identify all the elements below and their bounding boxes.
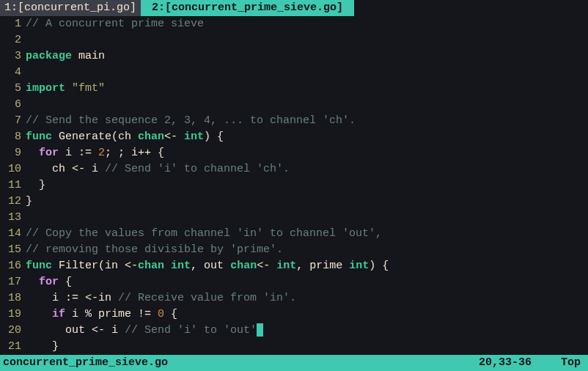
line-number: 8 [0,129,21,145]
code-line[interactable]: package main [26,48,588,65]
code-line[interactable]: i := <-in // Receive value from 'in'. [26,290,588,306]
line-number: 3 [0,48,21,65]
line-number: 18 [0,290,21,306]
line-number: 14 [0,226,21,242]
code-line[interactable] [26,65,588,81]
line-number-gutter: 123456789101112131415161718192021 [0,16,26,355]
line-number: 1 [0,16,21,32]
code-line[interactable]: out <- i // Send 'i' to 'out' [26,323,588,339]
code-line[interactable]: } [26,194,588,210]
code-line[interactable]: // Send the sequence 2, 3, 4, ... to cha… [26,113,588,129]
code-line[interactable]: if i % prime != 0 { [26,306,588,323]
code-line[interactable]: // A concurrent prime sieve [26,16,588,32]
line-number: 13 [0,210,21,226]
code-line[interactable]: import "fmt" [26,81,588,97]
code-line[interactable]: } [26,339,588,355]
code-line[interactable]: ch <- i // Send 'i' to channel 'ch'. [26,161,588,177]
line-number: 9 [0,145,21,161]
line-number: 2 [0,32,21,48]
code-line[interactable]: // removing those divisible by 'prime'. [26,242,588,258]
line-number: 20 [0,323,21,339]
code-line[interactable] [26,97,588,113]
code-content[interactable]: // A concurrent prime sievepackage maini… [26,16,588,355]
line-number: 17 [0,274,21,290]
status-bar: concurrent_prime_sieve.go 20,33-36 Top [0,355,588,371]
line-number: 5 [0,81,21,97]
tab-concurrent-prime-sieve[interactable]: 2:[concurrent_prime_sieve.go] [141,0,354,16]
code-line[interactable]: } [26,177,588,194]
code-line[interactable]: for { [26,274,588,290]
line-number: 6 [0,97,21,113]
line-number: 7 [0,113,21,129]
code-line[interactable]: func Filter(in <-chan int, out chan<- in… [26,258,588,274]
line-number: 19 [0,306,21,323]
line-number: 16 [0,258,21,274]
code-line[interactable]: func Generate(ch chan<- int) { [26,129,588,145]
line-number: 11 [0,177,21,194]
code-line[interactable] [26,32,588,48]
code-line[interactable]: // Copy the values from channel 'in' to … [26,226,588,242]
status-cursor-position: 20,33-36 [479,355,561,371]
line-number: 12 [0,194,21,210]
status-scroll-position: Top [561,355,585,371]
line-number: 10 [0,161,21,177]
editor-area[interactable]: 123456789101112131415161718192021 // A c… [0,16,588,355]
status-filename: concurrent_prime_sieve.go [3,355,479,371]
code-line[interactable] [26,210,588,226]
line-number: 4 [0,65,21,81]
tab-bar: 1:[concurrent_pi.go] 2:[concurrent_prime… [0,0,588,16]
tab-concurrent-pi[interactable]: 1:[concurrent_pi.go] [0,0,141,16]
code-line[interactable]: for i := 2; ; i++ { [26,145,588,161]
line-number: 15 [0,242,21,258]
line-number: 21 [0,339,21,355]
